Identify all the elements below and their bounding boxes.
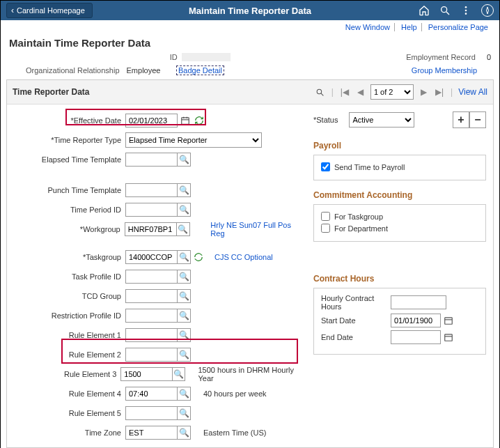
commitment-box: For Taskgroup For Department [313,204,486,242]
lookup-icon[interactable]: 🔍 [177,328,191,342]
help-link[interactable]: Help [397,23,422,31]
lookup-icon[interactable]: 🔍 [172,367,185,381]
send-to-payroll-row[interactable]: Send Time to Payroll [321,161,478,173]
page-title: Maintain Time Reporter Data [1,33,499,52]
send-to-payroll-label: Send Time to Payroll [334,163,405,171]
emp-record-label: Employment Record [406,53,476,61]
id-value-mask [182,53,231,61]
rule5-input[interactable] [125,406,178,420]
send-to-payroll-checkbox[interactable] [321,162,330,171]
calendar-icon[interactable] [442,314,455,327]
prev-row-icon[interactable]: ◀ [356,87,365,97]
panel-header: Time Reporter Data | |◀ ◀ 1 of 2 ▶ ▶| | … [7,80,493,105]
new-window-link[interactable]: New Window [341,23,395,31]
lookup-icon[interactable]: 🔍 [177,406,191,420]
org-rel-label: Organizational Relationship [26,66,120,75]
hourly-contract-input[interactable] [391,295,446,309]
panel-find-icon[interactable] [314,88,326,97]
timezone-label: Time Zone [14,428,125,437]
for-department-label: For Department [334,224,388,233]
time-reporter-panel: Time Reporter Data | |◀ ◀ 1 of 2 ▶ ▶| | … [6,79,494,448]
status-select[interactable]: Active [349,112,414,128]
workgroup-desc-link[interactable]: Hrly NE Sun07 Full Pos Reg [210,221,306,238]
badge-detail-link[interactable]: Badge Detail [176,65,224,75]
delete-row-button[interactable]: − [469,111,486,128]
timezone-input[interactable] [125,426,178,440]
effective-date-input[interactable] [125,114,178,128]
rule5-label: Rule Element 5 [14,409,125,417]
chevron-left-icon: ‹ [11,6,14,15]
refresh-icon[interactable] [192,251,205,263]
tcd-group-input[interactable] [125,289,178,303]
lookup-icon[interactable]: 🔍 [177,270,191,284]
form-right-column: Status Active + − Payroll Send Time to P… [313,111,486,443]
personalize-link[interactable]: Personalize Page [424,23,492,31]
calendar-icon[interactable] [442,331,455,343]
time-period-input[interactable] [125,203,178,217]
panel-title: Time Reporter Data [13,87,89,97]
lookup-icon[interactable]: 🔍 [177,183,191,197]
row-pager-select[interactable]: 1 of 2 [370,84,414,100]
lookup-icon[interactable]: 🔍 [177,289,191,303]
rule4-desc: 40 hours per week [191,389,267,398]
elapsed-template-input[interactable] [125,153,178,167]
next-row-icon[interactable]: ▶ [419,87,428,97]
lookup-icon[interactable]: 🔍 [177,203,191,217]
reporter-type-select[interactable]: Elapsed Time Reporter [125,132,262,148]
lookup-icon[interactable]: 🔍 [177,309,191,323]
add-row-button[interactable]: + [453,111,469,128]
home-icon[interactable] [419,5,430,16]
last-row-icon[interactable]: ▶| [434,87,445,97]
page-actions-bar: New Window Help Personalize Page [1,20,499,33]
search-icon[interactable] [439,5,451,16]
contract-title: Contract Hours [313,274,486,284]
reporter-type-label: Time Reporter Type [14,136,125,144]
start-date-label: Start Date [321,316,391,325]
start-date-input[interactable] [391,314,441,327]
restriction-profile-input[interactable] [125,309,178,323]
view-all-link[interactable]: View All [458,87,487,97]
end-date-input[interactable] [391,330,441,344]
rule2-input[interactable] [125,348,178,362]
svg-point-6 [317,89,322,94]
workgroup-input[interactable] [125,222,177,236]
svg-point-3 [465,10,467,12]
nav-icon[interactable] [481,4,494,17]
time-period-label: Time Period ID [14,206,125,214]
header-row-2: Organizational Relationship Employee Bad… [1,64,499,78]
rule4-input[interactable] [125,387,178,401]
for-department-checkbox[interactable] [321,224,330,233]
taskgroup-input[interactable] [125,250,178,264]
lookup-icon[interactable]: 🔍 [177,426,191,440]
calendar-icon[interactable] [179,114,192,127]
for-department-row[interactable]: For Department [321,222,478,234]
tcd-group-label: TCD Group [14,292,125,300]
for-taskgroup-row[interactable]: For Taskgroup [321,210,478,222]
task-profile-input[interactable] [125,270,178,284]
group-membership-link[interactable]: Group Membership [412,66,477,75]
lookup-icon[interactable]: 🔍 [176,222,190,236]
rule3-label: Rule Element 3 [14,370,120,378]
back-button[interactable]: ‹ Cardinal Homepage [6,3,93,18]
timezone-desc: Eastern Time (US) [191,428,266,437]
form-left-column: Effective Date Time Reporter Type Elapse… [14,111,306,443]
svg-rect-8 [182,118,189,124]
svg-rect-14 [445,334,453,341]
punch-template-input[interactable] [125,183,178,197]
refresh-icon[interactable] [193,114,205,127]
rule3-input[interactable] [120,367,173,381]
lookup-icon[interactable]: 🔍 [177,387,191,401]
svg-rect-12 [445,318,453,324]
lookup-icon[interactable]: 🔍 [177,348,191,362]
taskgroup-label: Taskgroup [14,253,125,261]
rule1-input[interactable] [125,328,178,342]
first-row-icon[interactable]: |◀ [339,87,350,97]
lookup-icon[interactable]: 🔍 [177,250,191,264]
commitment-title: Commitment Accounting [313,190,486,200]
taskgroup-desc-link[interactable]: CJS CC Optional [214,253,273,261]
lookup-icon[interactable]: 🔍 [177,153,191,167]
actions-menu-icon[interactable] [460,5,471,16]
rule3-desc: 1500 hours in DHRM Hourly Year [185,366,306,383]
for-taskgroup-checkbox[interactable] [321,212,330,221]
contract-box: Hourly Contract Hours Start Date End Dat… [313,288,486,355]
